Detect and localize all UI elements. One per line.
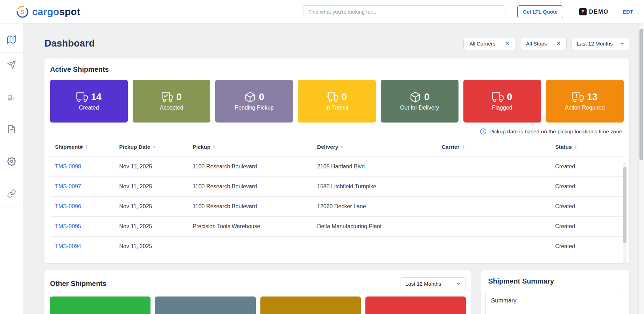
column-header-pickup-date[interactable]: Pickup Date — [114, 138, 188, 157]
other-stat-card-1[interactable] — [50, 296, 150, 314]
status-cell: Created — [550, 157, 624, 177]
table-row[interactable]: TMS-0095 Nov 11, 2025 Precision Tools Wa… — [50, 217, 624, 237]
stat-out-for-delivery[interactable]: 0 Out for Delivery — [381, 80, 458, 123]
stat-flagged-value: 0 — [507, 92, 512, 103]
pickup-cell: 1100 Research Boulevard — [188, 197, 312, 217]
sidebar-item-map[interactable] — [4, 32, 19, 47]
shipment-link[interactable]: TMS-0094 — [55, 243, 81, 249]
column-header-carrier[interactable]: Carrier — [437, 138, 551, 157]
column-header-status[interactable]: Status — [550, 138, 624, 157]
summary-box: Summary — [485, 291, 625, 314]
delivery-cell: 12060 Decker Lane — [312, 197, 437, 217]
summary-label: Summary — [491, 297, 517, 304]
invoice-icon — [7, 125, 16, 134]
other-shipments-period-select[interactable]: Last 12 Months — [400, 277, 466, 290]
top-header: S cargospot Get LTL Quote E DEMO EDT — [0, 0, 644, 23]
column-header-shipment[interactable]: Shipment# — [50, 138, 114, 157]
other-stat-card-3[interactable] — [260, 296, 361, 314]
sidebar-icon-group — [4, 53, 19, 208]
sidebar-item-invoices[interactable] — [4, 121, 19, 137]
status-cell: Created — [550, 177, 624, 197]
other-shipments-title: Other Shipments — [50, 280, 106, 288]
period-select-value: Last 12 Months — [577, 41, 613, 47]
sidebar-item-track[interactable] — [4, 57, 19, 72]
sort-icon — [574, 145, 578, 149]
stat-action-required[interactable]: 13 Action Required — [546, 80, 624, 123]
table-row[interactable]: TMS-0096 Nov 11, 2025 1100 Research Boul… — [50, 197, 624, 217]
pickup-date-cell: Nov 11, 2025 — [114, 177, 188, 197]
get-ltl-quote-button[interactable]: Get LTL Quote — [517, 5, 563, 18]
table-row[interactable]: TMS-0097 Nov 11, 2025 1100 Research Boul… — [50, 177, 624, 197]
table-header-row: Shipment# Pickup Date Pickup Delivery Ca… — [50, 138, 624, 157]
pickup-cell: Precision Tools Warehouse — [188, 217, 312, 237]
table-row[interactable]: TMS-0094 Nov 11, 2025 Created — [50, 237, 624, 257]
sidebar-item-integrations[interactable] — [4, 186, 19, 201]
period-select[interactable]: Last 12 Months — [572, 37, 629, 50]
clear-stops-icon[interactable]: ✕ — [556, 41, 561, 46]
truck-check-icon — [162, 91, 173, 103]
package-icon — [244, 91, 256, 103]
clear-carriers-icon[interactable]: ✕ — [505, 41, 509, 46]
stops-filter-chip[interactable]: All Stops ✕ — [520, 37, 567, 50]
pickup-date-cell: Nov 11, 2025 — [114, 217, 188, 237]
sidebar-divider — [0, 208, 23, 208]
shipment-link[interactable]: TMS-0096 — [55, 203, 81, 209]
stops-filter-label: All Stops — [526, 41, 547, 47]
page-scrollbar-thumb[interactable] — [639, 29, 643, 160]
other-shipments-period-value: Last 12 Months — [405, 281, 441, 287]
brand-name: cargospot — [32, 6, 80, 18]
pickup-timezone-note-text: Pickup date is based on the pickup locat… — [489, 128, 624, 135]
page-title: Dashboard — [44, 38, 95, 49]
shipment-summary-title: Shipment Summary — [488, 277, 625, 285]
other-stat-card-2[interactable] — [155, 296, 255, 314]
sort-icon — [340, 145, 344, 149]
delivery-cell: Delta Manufacturing Plant — [312, 217, 437, 237]
shipment-link[interactable]: TMS-0098 — [55, 163, 81, 169]
shipment-link[interactable]: TMS-0095 — [55, 223, 81, 229]
stat-out-for-delivery-label: Out for Delivery — [400, 105, 439, 111]
pickup-date-cell: Nov 11, 2025 — [114, 237, 188, 257]
carrier-cell — [437, 237, 551, 257]
other-stat-card-4[interactable] — [365, 296, 466, 314]
shipment-summary-card: Shipment Summary Summary — [481, 270, 629, 314]
column-header-pickup[interactable]: Pickup — [188, 138, 312, 157]
chevron-down-icon — [456, 281, 461, 286]
stat-created-label: Created — [79, 105, 99, 111]
delivery-cell — [312, 237, 437, 257]
info-icon — [480, 128, 486, 135]
status-cell: Created — [550, 237, 624, 257]
table-row[interactable]: TMS-0098 Nov 11, 2025 1100 Research Boul… — [50, 157, 624, 177]
status-cell: Created — [550, 217, 624, 237]
carrier-cell — [437, 157, 551, 177]
pickup-cell: 1100 Research Boulevard — [188, 157, 312, 177]
carriers-filter-chip[interactable]: All Carriers ✕ — [463, 37, 515, 50]
pickup-cell: 1100 Research Boulevard — [188, 177, 312, 197]
page-scrollbar[interactable] — [638, 23, 644, 314]
shipments-table: Shipment# Pickup Date Pickup Delivery Ca… — [50, 138, 624, 256]
stat-pending-pickup-label: Pending Pickup — [235, 105, 274, 111]
stat-flagged[interactable]: 0 Flagged — [463, 80, 541, 123]
stat-created[interactable]: 14 Created — [50, 80, 128, 123]
demo-badge: E DEMO — [579, 8, 609, 15]
sort-icon — [461, 145, 465, 149]
carrier-cell — [437, 177, 551, 197]
sidebar-item-equipment[interactable] — [4, 89, 19, 105]
stat-pending-pickup[interactable]: 0 Pending Pickup — [215, 80, 293, 123]
table-scrollbar[interactable] — [623, 162, 626, 264]
stat-accepted-label: Accepted — [160, 105, 183, 111]
search-input[interactable] — [303, 5, 505, 18]
stat-in-transit[interactable]: 0 In Transit — [298, 80, 376, 123]
sidebar-item-settings[interactable] — [4, 154, 19, 169]
stat-created-value: 14 — [91, 92, 102, 103]
shipment-link[interactable]: TMS-0097 — [55, 183, 81, 189]
column-header-delivery[interactable]: Delivery — [312, 138, 437, 157]
truck-flag-icon — [492, 91, 504, 103]
stat-accepted[interactable]: 0 Accepted — [133, 80, 210, 123]
table-scrollbar-thumb[interactable] — [623, 167, 626, 243]
timezone-label[interactable]: EDT — [623, 9, 633, 15]
dashboard-filters: All Carriers ✕ All Stops ✕ Last 12 Month… — [463, 37, 629, 50]
brand-logo[interactable]: S cargospot — [16, 6, 80, 18]
sort-icon — [152, 145, 156, 149]
stat-flagged-label: Flagged — [492, 105, 512, 111]
stat-in-transit-value: 0 — [342, 92, 347, 103]
